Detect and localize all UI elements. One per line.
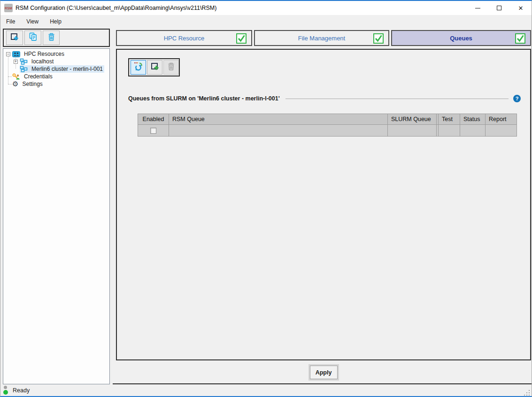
status-text: Ready — [13, 387, 30, 394]
cell-test[interactable] — [439, 125, 460, 136]
apply-button[interactable]: Apply — [310, 366, 338, 379]
refresh-queues-button[interactable] — [131, 60, 146, 75]
rsm-configuration-window: RSM RSM Configuration (C:\Users\caubet_m… — [0, 0, 532, 397]
column-header-rsm-queue[interactable]: RSM Queue — [169, 114, 388, 124]
delete-resource-button[interactable] — [43, 31, 60, 45]
table-header: Enabled RSM Queue SLURM Queue Test Statu… — [138, 114, 517, 125]
title-bar[interactable]: RSM RSM Configuration (C:\Users\caubet_m… — [0, 1, 532, 15]
cell-report[interactable] — [486, 125, 517, 136]
maximize-icon — [497, 6, 501, 10]
tree-item-localhost[interactable]: + localhost — [14, 58, 55, 65]
tab-queues[interactable]: Queues — [391, 30, 531, 46]
close-button[interactable]: ✕ — [510, 1, 532, 15]
window-title: RSM Configuration (C:\Users\caubet_m\App… — [15, 5, 216, 11]
cluster-icon — [20, 58, 28, 65]
config-tab-bar: HPC Resource File Management Queues — [116, 30, 531, 46]
checkmark-icon — [373, 33, 384, 46]
tree-item-hpc-resources[interactable]: − HPC Resources — [6, 50, 66, 58]
checkmark-icon — [236, 33, 247, 46]
menu-view[interactable]: View — [21, 16, 44, 27]
hpc-resources-icon — [12, 51, 20, 57]
tree-item-label: Merlin6 cluster - merlin-l-001 — [30, 65, 104, 73]
resource-toolbar — [3, 29, 110, 47]
tab-label: Queues — [450, 35, 472, 42]
tree-item-merlin6-cluster[interactable]: Merlin6 cluster - merlin-l-001 — [20, 65, 104, 73]
tree-guide-line — [8, 54, 8, 84]
tab-label: HPC Resource — [164, 35, 205, 42]
minimize-button[interactable] — [467, 1, 488, 15]
tree-item-label: Credentials — [23, 73, 54, 80]
settings-gear-icon: ⚙ — [12, 81, 18, 87]
app-icon: RSM — [4, 4, 13, 12]
cell-status[interactable] — [460, 125, 486, 136]
add-icon — [10, 32, 19, 44]
maximize-button[interactable] — [488, 1, 510, 15]
refresh-icon — [133, 61, 144, 74]
queues-toolbar — [128, 58, 180, 76]
section-divider — [285, 99, 509, 99]
minimize-icon — [475, 8, 480, 8]
window-controls: ✕ — [467, 1, 532, 15]
enabled-checkbox[interactable] — [150, 128, 156, 134]
column-header-report[interactable]: Report — [486, 114, 517, 124]
column-header-test[interactable]: Test — [439, 114, 460, 124]
status-bar: Ready — [0, 385, 532, 397]
column-header-slurm-queue[interactable]: SLURM Queue — [388, 114, 437, 124]
table-row[interactable] — [138, 125, 517, 136]
table-body — [138, 125, 517, 136]
checkmark-icon — [515, 33, 525, 46]
tree-item-label: Settings — [21, 80, 44, 88]
help-icon[interactable]: ? — [513, 95, 521, 102]
expand-toggle[interactable]: + — [14, 60, 18, 64]
collapse-toggle[interactable]: − — [6, 52, 10, 56]
menu-bar: File View Help — [0, 15, 532, 28]
queues-panel: Queues from SLURM on 'Merlin6 cluster - … — [116, 49, 531, 360]
tree-item-label: HPC Resources — [23, 50, 66, 58]
close-icon: ✕ — [518, 5, 524, 11]
cluster-icon — [20, 66, 28, 72]
add-queue-button[interactable] — [147, 60, 162, 75]
section-title: Queues from SLURM on 'Merlin6 cluster - … — [128, 95, 280, 102]
cell-rsm-queue[interactable] — [169, 125, 388, 136]
column-header-status[interactable]: Status — [460, 114, 486, 124]
tab-hpc-resource[interactable]: HPC Resource — [116, 30, 252, 46]
resize-grip[interactable] — [524, 389, 530, 396]
queues-table: Enabled RSM Queue SLURM Queue Test Statu… — [138, 114, 517, 137]
menu-file[interactable]: File — [0, 16, 21, 27]
section-header: Queues from SLURM on 'Merlin6 cluster - … — [128, 95, 521, 102]
column-header-enabled[interactable]: Enabled — [138, 114, 169, 124]
apply-area: Apply — [116, 361, 531, 383]
trash-icon — [47, 32, 56, 43]
tree-item-label: localhost — [30, 58, 55, 65]
duplicate-resource-button[interactable] — [24, 31, 41, 45]
cell-slurm-queue[interactable] — [388, 125, 437, 136]
tree-item-settings[interactable]: ⚙ Settings — [12, 80, 44, 88]
trash-icon — [167, 62, 176, 73]
delete-queue-button[interactable] — [163, 60, 179, 75]
menu-help[interactable]: Help — [44, 16, 67, 27]
add-resource-button[interactable] — [6, 31, 23, 45]
resource-tree: − HPC Resources + — [3, 48, 110, 384]
tree-guide-line — [8, 76, 12, 77]
tab-label: File Management — [298, 35, 345, 42]
bottom-separator — [113, 383, 532, 384]
tree-item-credentials[interactable]: Credentials — [12, 73, 54, 80]
status-indicator-icon — [3, 386, 8, 396]
tree-guide-line — [8, 84, 12, 84]
tab-file-management[interactable]: File Management — [254, 30, 389, 46]
duplicate-icon — [29, 32, 38, 43]
add-icon — [150, 62, 160, 73]
credentials-icon — [12, 73, 20, 80]
